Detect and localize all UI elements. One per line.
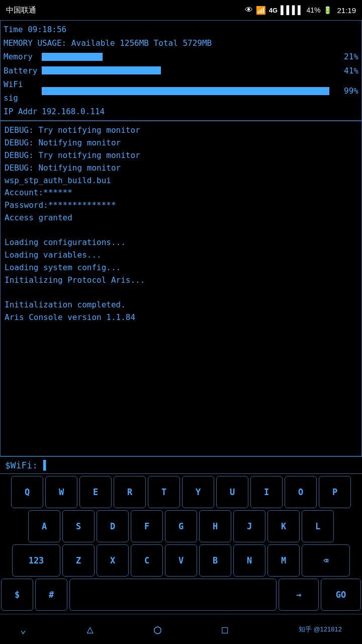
terminal-line: Access granted — [5, 212, 357, 224]
command-prompt: $WiFi: — [5, 460, 38, 470]
key-v[interactable]: V — [165, 544, 197, 577]
key-g[interactable]: G — [165, 510, 197, 542]
key-123[interactable]: 123 — [12, 544, 60, 577]
memory-value: 21% — [336, 50, 358, 63]
status-bar: 中国联通 👁 📶 4G ▌▌▌▌ 41% 🔋 21:19 — [0, 0, 362, 20]
key-m[interactable]: M — [267, 544, 300, 577]
key-go[interactable]: GO — [321, 579, 361, 611]
wifi-label: WiFi sig — [4, 77, 42, 105]
key-hash[interactable]: # — [35, 579, 67, 611]
key-d[interactable]: D — [97, 510, 129, 542]
key-k[interactable]: K — [267, 510, 300, 542]
ip-value: 192.168.0.114 — [42, 105, 105, 118]
keyboard-row-4: $#→GO — [1, 579, 361, 611]
battery-bar — [42, 66, 161, 74]
key-c[interactable]: C — [131, 544, 163, 577]
terminal-line: DEBUG: Try notifying monitor — [5, 149, 357, 162]
keyboard-row-3: 123ZXCVBNM⌫ — [1, 544, 361, 577]
terminal-line — [5, 224, 357, 237]
terminal-line: Initialization completed. — [5, 299, 357, 311]
terminal-output[interactable]: DEBUG: Try notifying monitorDEBUG: Notif… — [0, 121, 362, 456]
terminal-line: DEBUG: Try notifying monitor — [5, 124, 357, 137]
key-backspace[interactable]: ⌫ — [302, 544, 350, 577]
terminal-line: Loading configurations... — [5, 236, 357, 249]
keyboard-row-2: ASDFGHJKL — [1, 510, 361, 542]
key-t[interactable]: T — [148, 476, 180, 508]
key-w[interactable]: W — [45, 476, 77, 508]
key-arrow[interactable]: → — [279, 579, 319, 611]
key-z[interactable]: Z — [62, 544, 95, 577]
nav-back-icon[interactable]: △ — [87, 623, 94, 635]
key-o[interactable]: O — [285, 476, 317, 508]
battery-stat: Battery 41% — [4, 64, 358, 77]
key-x[interactable]: X — [97, 544, 129, 577]
wifi-icon: 📶 — [256, 6, 266, 15]
memory-label: Memory — [4, 50, 42, 63]
key-n[interactable]: N — [233, 544, 265, 577]
memory-bar — [42, 53, 103, 61]
key-a[interactable]: A — [28, 510, 60, 542]
terminal-line: Password:************** — [5, 199, 357, 212]
command-bar[interactable]: $WiFi: ▌ — [0, 456, 362, 474]
terminal-line: Initializing Protocol Aris... — [5, 274, 357, 287]
memory-bar-container — [42, 53, 332, 61]
key-j[interactable]: J — [233, 510, 265, 542]
terminal-line: Loading variables... — [5, 249, 357, 262]
keyboard: QWERTYUIOP ASDFGHJKL 123ZXCVBNM⌫ $#→GO — [0, 474, 362, 614]
wifi-stat: WiFi sig 99% — [4, 77, 358, 105]
status-icons: 👁 📶 4G ▌▌▌▌ 41% 🔋 21:19 — [245, 6, 356, 15]
key-u[interactable]: U — [216, 476, 248, 508]
terminal-line: Loading system config... — [5, 262, 357, 274]
time-display: 21:19 — [337, 6, 356, 15]
terminal-line: Aris Console version 1.1.84 — [5, 311, 357, 324]
battery-bar-container — [42, 66, 332, 74]
nav-home-icon[interactable]: ◯ — [154, 622, 161, 636]
signal-icon: ▌▌▌▌ — [281, 6, 303, 15]
stats-panel: Time 09:18:56 MEMORY USAGE: Available 12… — [0, 20, 362, 121]
key-i[interactable]: I — [250, 476, 283, 508]
wifi-bar — [42, 87, 329, 95]
carrier-label: 中国联通 — [6, 6, 36, 15]
cursor: ▌ — [43, 460, 49, 470]
nav-bar: ⌄ △ ◯ □ 知乎 @121812 — [0, 614, 362, 644]
terminal-line: Account:****** — [5, 187, 357, 199]
key-f[interactable]: F — [131, 510, 163, 542]
terminal-line: DEBUG: Notifying monitor — [5, 137, 357, 149]
key-h[interactable]: H — [199, 510, 231, 542]
eye-icon: 👁 — [245, 6, 253, 15]
wifi-value: 99% — [336, 84, 358, 98]
key-l[interactable]: L — [302, 510, 334, 542]
key-s[interactable]: S — [62, 510, 95, 542]
ip-stat: IP Addr 192.168.0.114 — [4, 105, 358, 118]
network-label: 4G — [269, 7, 278, 14]
key-e[interactable]: E — [79, 476, 112, 508]
keyboard-row-1: QWERTYUIOP — [1, 476, 361, 508]
key-dollar[interactable]: $ — [1, 579, 33, 611]
ip-label: IP Addr — [4, 105, 42, 118]
nav-recent-icon[interactable]: □ — [222, 623, 228, 635]
wifi-bar-container — [42, 87, 332, 95]
battery-icon: 🔋 — [323, 6, 332, 14]
battery-percent: 41% — [306, 6, 320, 14]
key-q[interactable]: Q — [11, 476, 43, 508]
nav-down-icon[interactable]: ⌄ — [20, 623, 26, 635]
terminal-line: wsp_stp_auth_build.bui — [5, 175, 357, 187]
key-space[interactable] — [69, 579, 277, 611]
memory-usage-line: MEMORY USAGE: Available 1256MB Total 572… — [4, 36, 358, 50]
terminal-line: DEBUG: Notifying monitor — [5, 162, 357, 175]
time-line: Time 09:18:56 — [4, 23, 358, 36]
memory-stat: Memory 21% — [4, 50, 358, 63]
terminal-line — [5, 287, 357, 299]
battery-label: Battery — [4, 64, 42, 77]
key-r[interactable]: R — [114, 476, 146, 508]
watermark: 知乎 @121812 — [299, 625, 342, 634]
key-y[interactable]: Y — [182, 476, 214, 508]
key-p[interactable]: P — [319, 476, 351, 508]
battery-value: 41% — [336, 64, 358, 77]
key-b[interactable]: B — [199, 544, 231, 577]
